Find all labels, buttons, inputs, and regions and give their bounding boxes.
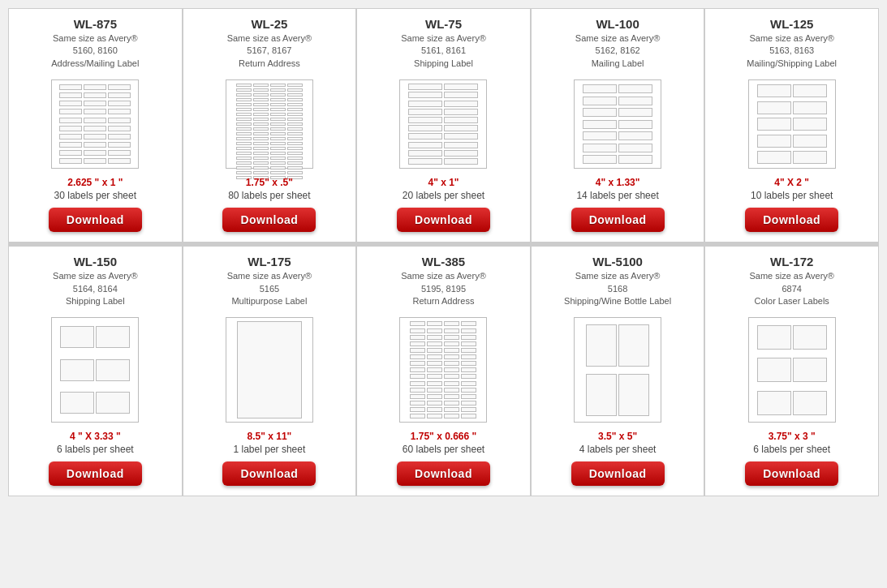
product-count: 6 labels per sheet xyxy=(57,444,134,455)
download-button-wl-175[interactable]: Download xyxy=(222,461,316,486)
product-count: 30 labels per sheet xyxy=(54,190,136,201)
product-size: 1.75" x .5" xyxy=(246,177,293,188)
product-card-wl-175: WL-175 Same size as Avery® 5165 Multipur… xyxy=(183,247,356,496)
product-title: WL-175 xyxy=(248,255,291,268)
product-size: 2.625 " x 1 " xyxy=(67,177,123,188)
label-preview-wl-125 xyxy=(748,79,836,169)
product-size: 4" X 2 " xyxy=(774,177,809,188)
download-button-wl-5100[interactable]: Download xyxy=(571,461,665,486)
product-count: 80 labels per sheet xyxy=(228,190,310,201)
label-preview-wl-385 xyxy=(399,317,487,423)
product-size: 4 " X 3.33 " xyxy=(70,431,121,442)
download-button-wl-150[interactable]: Download xyxy=(49,461,142,486)
label-preview-wl-150 xyxy=(51,317,139,423)
download-button-wl-125[interactable]: Download xyxy=(745,208,838,232)
product-grid: WL-875 Same size as Avery® 5160, 8160 Ad… xyxy=(8,8,879,496)
product-card-wl-100: WL-100 Same size as Avery® 5162, 8162 Ma… xyxy=(532,9,704,242)
download-button-wl-25[interactable]: Download xyxy=(222,208,316,232)
product-title: WL-100 xyxy=(596,17,639,31)
product-subtitle: Same size as Avery® 5160, 8160 Address/M… xyxy=(51,32,139,70)
product-size: 3.5" x 5" xyxy=(598,431,637,442)
product-card-wl-875: WL-875 Same size as Avery® 5160, 8160 Ad… xyxy=(9,9,182,242)
product-title: WL-385 xyxy=(422,255,465,268)
product-subtitle: Same size as Avery® 5195, 8195 Return Ad… xyxy=(401,270,486,307)
label-preview-wl-875 xyxy=(51,79,139,169)
product-subtitle: Same size as Avery® 6874 Color Laser Lab… xyxy=(749,270,834,307)
product-count: 20 labels per sheet xyxy=(403,190,484,201)
product-card-wl-125: WL-125 Same size as Avery® 5163, 8163 Ma… xyxy=(705,9,878,242)
product-title: WL-125 xyxy=(770,17,813,31)
label-preview-wl-172 xyxy=(748,317,836,423)
product-count: 14 labels per sheet xyxy=(576,190,658,201)
product-subtitle: Same size as Avery® 5164, 8164 Shipping … xyxy=(53,270,138,307)
download-button-wl-875[interactable]: Download xyxy=(49,208,142,232)
product-count: 60 labels per sheet xyxy=(403,444,484,455)
product-size: 3.75" x 3 " xyxy=(769,431,816,442)
product-size: 8.5" x 11" xyxy=(248,431,292,442)
product-title: WL-150 xyxy=(74,255,117,268)
product-card-wl-25: WL-25 Same size as Avery® 5167, 8167 Ret… xyxy=(183,9,356,242)
product-title: WL-5100 xyxy=(592,255,643,268)
product-subtitle: Same size as Avery® 5168 Shipping/Wine B… xyxy=(564,270,671,307)
product-count: 4 labels per sheet xyxy=(579,444,657,455)
label-preview-wl-75 xyxy=(399,79,487,169)
product-count: 10 labels per sheet xyxy=(751,190,833,201)
download-button-wl-75[interactable]: Download xyxy=(397,208,490,232)
product-card-wl-75: WL-75 Same size as Avery® 5161, 8161 Shi… xyxy=(357,9,530,242)
label-preview-wl-25 xyxy=(226,79,313,169)
product-card-wl-385: WL-385 Same size as Avery® 5195, 8195 Re… xyxy=(357,247,530,496)
product-subtitle: Same size as Avery® 5167, 8167 Return Ad… xyxy=(227,32,312,70)
product-card-wl-150: WL-150 Same size as Avery® 5164, 8164 Sh… xyxy=(9,247,182,496)
product-subtitle: Same size as Avery® 5162, 8162 Mailing L… xyxy=(575,32,661,70)
product-subtitle: Same size as Avery® 5165 Multipurpose La… xyxy=(227,270,312,307)
product-card-wl-172: WL-172 Same size as Avery® 6874 Color La… xyxy=(705,247,878,496)
download-button-wl-100[interactable]: Download xyxy=(571,208,665,232)
download-button-wl-172[interactable]: Download xyxy=(745,461,838,486)
product-count: 6 labels per sheet xyxy=(753,444,830,455)
product-size: 4" x 1.33" xyxy=(596,177,640,188)
product-size: 4" x 1" xyxy=(428,177,459,188)
label-preview-wl-175 xyxy=(226,317,313,423)
product-count: 1 label per sheet xyxy=(234,444,306,455)
product-title: WL-172 xyxy=(770,255,813,268)
download-button-wl-385[interactable]: Download xyxy=(397,461,490,486)
product-title: WL-875 xyxy=(74,17,117,31)
label-preview-wl-5100 xyxy=(574,317,661,423)
product-subtitle: Same size as Avery® 5163, 8163 Mailing/S… xyxy=(747,32,837,70)
product-card-wl-5100: WL-5100 Same size as Avery® 5168 Shippin… xyxy=(532,247,704,496)
label-preview-wl-100 xyxy=(574,79,661,169)
product-title: WL-75 xyxy=(425,17,462,31)
product-subtitle: Same size as Avery® 5161, 8161 Shipping … xyxy=(401,32,486,70)
product-size: 1.75" x 0.666 " xyxy=(411,431,476,442)
product-title: WL-25 xyxy=(251,17,287,31)
